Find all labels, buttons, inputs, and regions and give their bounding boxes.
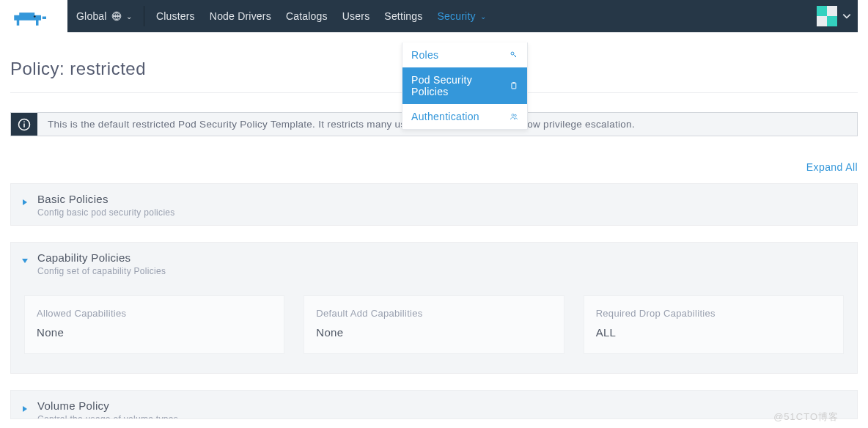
nav-separator	[144, 6, 144, 26]
svg-point-1	[34, 15, 36, 18]
nav-security-label: Security	[438, 10, 476, 22]
svg-point-2	[511, 52, 514, 55]
svg-rect-0	[43, 17, 46, 20]
nav-settings[interactable]: Settings	[377, 0, 430, 32]
nav-global-scope[interactable]: Global ⌄	[67, 0, 139, 32]
section-volume-policy: Volume Policy Control the usage of volum…	[10, 390, 858, 419]
section-title: Volume Policy	[37, 399, 178, 412]
dropdown-item-roles[interactable]: Roles	[402, 43, 527, 67]
dropdown-label: Pod Security Policies	[411, 74, 510, 97]
key-icon	[510, 51, 518, 59]
card-label: Allowed Capabilities	[37, 308, 272, 319]
clipboard-icon	[510, 81, 518, 90]
card-allowed-capabilities: Allowed Capabilities None	[24, 295, 284, 354]
card-value: None	[316, 326, 551, 339]
svg-rect-4	[513, 82, 515, 84]
collapse-toggle[interactable]	[21, 254, 29, 268]
svg-point-5	[512, 114, 514, 117]
brand-logo[interactable]	[10, 7, 51, 34]
expand-all-link[interactable]: Expand All	[10, 161, 858, 173]
svg-rect-9	[23, 121, 25, 122]
chevron-down-icon	[842, 11, 852, 21]
user-menu[interactable]	[817, 6, 852, 26]
card-label: Default Add Capabilities	[316, 308, 551, 319]
top-navbar: Global ⌄ Clusters Node Drivers Catalogs …	[67, 0, 858, 32]
svg-point-6	[515, 114, 517, 117]
card-required-drop-capabilities: Required Drop Capabilities ALL	[584, 295, 844, 354]
svg-rect-8	[23, 123, 25, 127]
section-capability-policies: Capability Policies Config set of capabi…	[10, 242, 858, 374]
users-icon	[510, 112, 518, 121]
nav-node-drivers[interactable]: Node Drivers	[202, 0, 279, 32]
triangle-right-icon	[21, 405, 29, 413]
security-dropdown: Roles Pod Security Policies Authenticati…	[402, 43, 528, 130]
globe-icon	[111, 11, 122, 21]
info-icon	[11, 113, 37, 136]
chevron-down-icon: ⌄	[126, 12, 132, 21]
section-title: Capability Policies	[37, 251, 166, 264]
nav-global-label: Global	[76, 10, 107, 22]
watermark: @51CTO博客	[773, 410, 839, 419]
dropdown-item-pod-security-policies[interactable]: Pod Security Policies	[402, 67, 527, 104]
triangle-right-icon	[21, 199, 29, 206]
card-value: None	[37, 326, 272, 339]
triangle-down-icon	[21, 257, 29, 265]
nav-users[interactable]: Users	[335, 0, 378, 32]
section-subtitle: Config set of capability Policies	[37, 266, 166, 276]
info-text: This is the default restricted Pod Secur…	[37, 113, 645, 136]
nav-security[interactable]: Security ⌄	[430, 0, 493, 32]
expand-toggle[interactable]	[21, 402, 29, 416]
dropdown-item-authentication[interactable]: Authentication	[402, 104, 527, 129]
nav-catalogs[interactable]: Catalogs	[279, 0, 335, 32]
section-title: Basic Policies	[37, 193, 175, 205]
section-body: Allowed Capabilities None Default Add Ca…	[11, 284, 857, 373]
section-basic-policies: Basic Policies Config basic pod security…	[10, 183, 858, 226]
expand-toggle[interactable]	[21, 196, 29, 209]
avatar	[817, 6, 837, 26]
chevron-down-icon: ⌄	[480, 12, 486, 21]
dropdown-label: Roles	[411, 49, 438, 61]
section-header[interactable]: Volume Policy Control the usage of volum…	[11, 391, 857, 419]
card-label: Required Drop Capabilities	[596, 308, 831, 319]
svg-rect-3	[512, 83, 516, 89]
section-subtitle: Config basic pod security policies	[37, 207, 175, 218]
card-value: ALL	[596, 326, 831, 339]
nav-clusters[interactable]: Clusters	[149, 0, 202, 32]
section-header[interactable]: Basic Policies Config basic pod security…	[11, 184, 857, 225]
section-header[interactable]: Capability Policies Config set of capabi…	[11, 243, 857, 284]
dropdown-label: Authentication	[411, 111, 479, 122]
section-subtitle: Control the usage of volume types	[37, 414, 178, 419]
card-default-add-capabilities: Default Add Capabilities None	[304, 295, 564, 354]
